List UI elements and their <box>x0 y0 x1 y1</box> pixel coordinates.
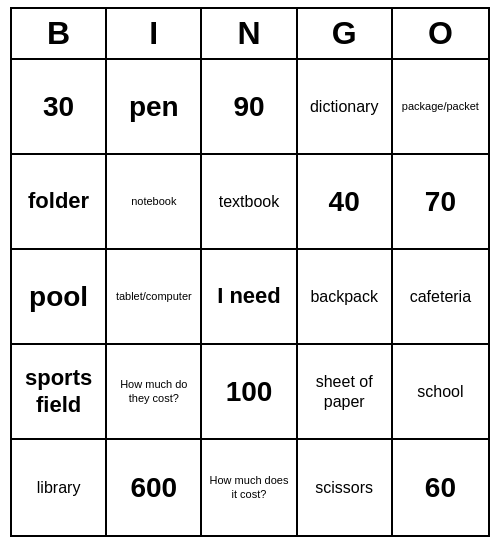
bingo-cell: 600 <box>107 440 202 535</box>
bingo-cell: school <box>393 345 488 440</box>
header-letter: B <box>12 9 107 58</box>
bingo-cell: library <box>12 440 107 535</box>
header-letter: N <box>202 9 297 58</box>
bingo-cell: pool <box>12 250 107 345</box>
bingo-cell: 60 <box>393 440 488 535</box>
bingo-cell: 70 <box>393 155 488 250</box>
bingo-header: BINGO <box>12 9 488 60</box>
bingo-cell: folder <box>12 155 107 250</box>
bingo-cell: dictionary <box>298 60 393 155</box>
bingo-cell: 100 <box>202 345 297 440</box>
bingo-cell: sheet of paper <box>298 345 393 440</box>
bingo-cell: notebook <box>107 155 202 250</box>
bingo-cell: How much does it cost? <box>202 440 297 535</box>
bingo-cell: scissors <box>298 440 393 535</box>
bingo-cell: textbook <box>202 155 297 250</box>
bingo-cell: pen <box>107 60 202 155</box>
bingo-card: BINGO 30pen90dictionarypackage/packetfol… <box>10 7 490 537</box>
header-letter: G <box>298 9 393 58</box>
bingo-cell: 30 <box>12 60 107 155</box>
bingo-cell: tablet/computer <box>107 250 202 345</box>
bingo-cell: package/packet <box>393 60 488 155</box>
bingo-cell: I need <box>202 250 297 345</box>
bingo-cell: 40 <box>298 155 393 250</box>
bingo-cell: 90 <box>202 60 297 155</box>
bingo-cell: backpack <box>298 250 393 345</box>
bingo-cell: sports field <box>12 345 107 440</box>
bingo-cell: How much do they cost? <box>107 345 202 440</box>
header-letter: I <box>107 9 202 58</box>
bingo-grid: 30pen90dictionarypackage/packetfoldernot… <box>12 60 488 535</box>
header-letter: O <box>393 9 488 58</box>
bingo-cell: cafeteria <box>393 250 488 345</box>
